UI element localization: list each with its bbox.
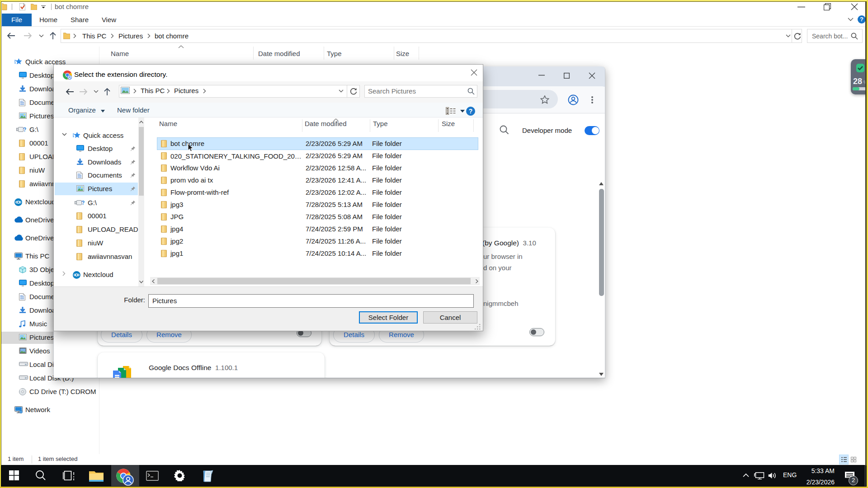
svg-text:?: ?: [23, 127, 26, 132]
svg-text:?: ?: [81, 200, 85, 206]
